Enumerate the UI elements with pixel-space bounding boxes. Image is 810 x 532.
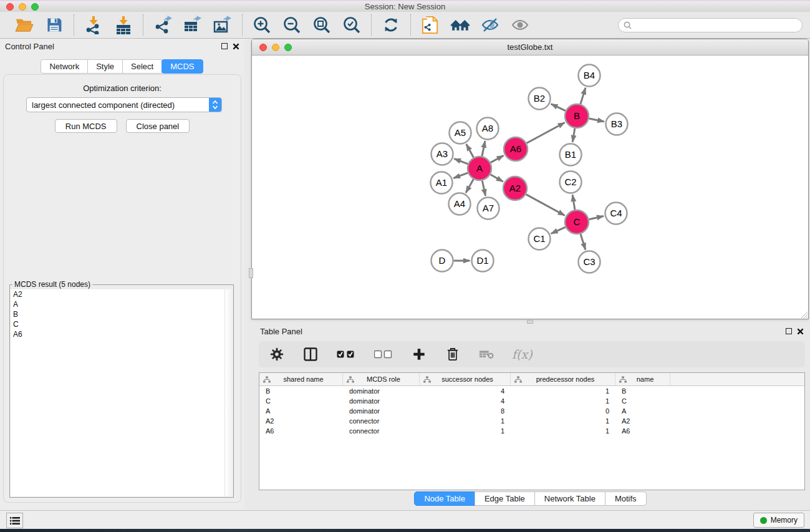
table-cell[interactable]: 1 [420,417,511,425]
node-A4[interactable]: A4 [449,193,471,215]
network-canvas[interactable]: B4B2BB3A8A5A6A3B1AC2A1A2A4A7C4CC1C3DD1 [252,56,808,319]
zoom-selected-icon[interactable] [342,15,362,35]
close-network-button[interactable] [259,44,267,51]
node-D1[interactable]: D1 [472,250,494,272]
table-cell[interactable]: 1 [511,387,615,395]
node-A5[interactable]: A5 [450,122,471,144]
table-cell[interactable]: dominator [343,387,420,395]
criterion-select[interactable]: largest connected component (directed) [26,97,222,112]
tab-style[interactable]: Style [87,59,123,74]
minimize-window-button[interactable] [19,3,26,11]
column-header-name[interactable]: name [615,373,670,385]
result-item[interactable]: A2 [11,289,233,299]
result-item[interactable]: B [11,309,233,319]
close-table-panel-icon[interactable] [797,328,804,335]
edge-A-A5[interactable] [466,144,474,157]
column-header-shared-name[interactable]: shared name [259,373,343,385]
run-mcds-button[interactable]: Run MCDS [55,119,117,133]
vertical-splitter-handle[interactable] [249,268,253,278]
edge-A-A1[interactable] [453,173,468,178]
zoom-network-button[interactable] [284,44,292,51]
node-A[interactable]: A [468,157,491,180]
zoom-fit-icon[interactable] [312,15,332,35]
table-row[interactable]: Adominator80A [259,406,804,416]
table-row[interactable]: Cdominator41C [259,396,804,406]
table-cell[interactable]: A [259,407,343,415]
close-panel-icon[interactable] [233,43,239,50]
node-A8[interactable]: A8 [477,118,499,140]
node-A7[interactable]: A7 [478,198,499,220]
table-cell[interactable]: connector [343,427,420,435]
edge-A-A3[interactable] [454,158,468,164]
tab-mcds[interactable]: MCDS [162,59,203,74]
table-cell[interactable]: 1 [511,417,615,425]
export-table-icon[interactable] [183,15,203,35]
table-row[interactable]: A6connector11A6 [259,426,804,436]
table-cell[interactable]: C [259,397,343,405]
edge-B-B1[interactable] [572,128,575,142]
table-cell[interactable]: 4 [420,397,511,405]
table-cell[interactable]: B [259,387,343,395]
tab-network-table[interactable]: Network Table [534,491,605,506]
node-C4[interactable]: C4 [605,203,627,225]
table-cell[interactable]: A [615,407,670,415]
table-row[interactable]: A2connector11A2 [259,416,804,426]
tab-network[interactable]: Network [41,59,88,74]
node-B1[interactable]: B1 [560,144,582,166]
zoom-out-icon[interactable] [282,15,302,35]
import-network-icon[interactable] [84,15,104,35]
node-B2[interactable]: B2 [529,88,551,110]
edge-B-B2[interactable] [551,104,566,111]
function-builder-icon[interactable]: f(x) [512,347,533,361]
float-panel-icon[interactable] [221,43,228,49]
edge-C-C3[interactable] [581,234,586,249]
refresh-icon[interactable] [381,15,401,35]
clone-network-icon[interactable] [420,15,440,35]
export-network-icon[interactable] [153,15,173,35]
delete-column-trash-icon[interactable] [445,346,461,362]
node-C1[interactable]: C1 [529,228,551,250]
node-table[interactable]: shared nameMCDS rolesuccessor nodesprede… [259,372,805,490]
search-field[interactable] [618,18,803,32]
resize-grip-icon[interactable] [799,310,808,318]
float-table-panel-icon[interactable] [786,328,792,334]
table-cell[interactable]: 1 [511,397,615,405]
import-table-icon[interactable] [113,15,133,35]
memory-button[interactable]: Memory [753,513,804,528]
open-session-icon[interactable] [14,15,34,35]
minimize-network-button[interactable] [272,44,279,51]
hide-eye-icon[interactable] [480,15,500,35]
tab-select[interactable]: Select [122,59,162,74]
column-header-MCDS-role[interactable]: MCDS role [343,373,420,385]
task-history-button[interactable] [6,513,23,528]
table-cell[interactable]: 1 [511,427,615,435]
edge-B-B3[interactable] [589,118,604,122]
table-cell[interactable]: dominator [343,407,420,415]
delete-table-icon[interactable] [478,346,494,362]
table-cell[interactable]: 0 [511,407,615,415]
show-eye-icon[interactable] [510,15,530,35]
deselect-all-columns-icon[interactable] [374,346,393,362]
table-cell[interactable]: 4 [420,387,511,395]
node-B[interactable]: B [565,104,589,128]
close-panel-button[interactable]: Close panel [126,119,190,133]
table-cell[interactable]: 8 [420,407,511,415]
edge-A-A8[interactable] [482,141,485,156]
result-item[interactable]: A [11,299,233,309]
table-cell[interactable]: dominator [343,397,420,405]
edge-A6-B[interactable] [527,122,565,143]
mcds-result-list[interactable]: A2ABCA6 [11,289,233,496]
table-cell[interactable]: connector [343,417,420,425]
edge-A2-C[interactable] [526,195,565,216]
node-C2[interactable]: C2 [560,172,582,193]
node-A3[interactable]: A3 [432,143,453,165]
tab-motifs[interactable]: Motifs [605,491,647,506]
close-window-button[interactable] [6,3,14,11]
node-B3[interactable]: B3 [606,114,628,135]
edge-A-A4[interactable] [466,179,473,193]
save-session-icon[interactable] [44,15,64,35]
zoom-in-icon[interactable] [252,15,272,35]
table-cell[interactable]: A6 [615,427,670,435]
edge-C-C4[interactable] [589,216,604,219]
edge-A-A7[interactable] [482,181,485,196]
